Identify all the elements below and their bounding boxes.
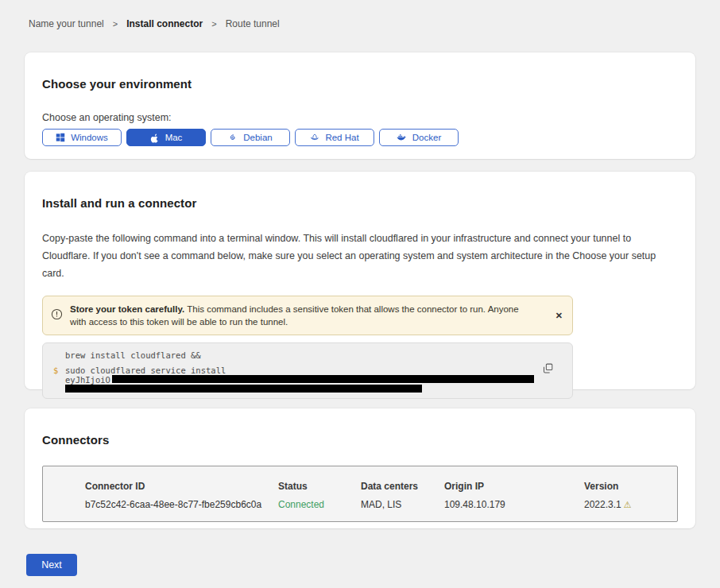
- os-button-label: Red Hat: [325, 133, 358, 142]
- redacted-token-bar: [65, 385, 422, 393]
- data-centers-value: MAD, LIS: [361, 499, 444, 510]
- terminal-line-token-2: [65, 385, 572, 394]
- alert-circle-icon: [51, 308, 63, 323]
- windows-icon: [56, 133, 65, 142]
- column-header-version: Version: [584, 481, 669, 492]
- docker-icon: [397, 133, 407, 142]
- breadcrumb-step-name-tunnel[interactable]: Name your tunnel: [29, 18, 104, 29]
- terminal-command-block: brew install cloudflared && $ sudo cloud…: [42, 342, 573, 399]
- connectors-card-title: Connectors: [42, 433, 678, 447]
- breadcrumb: Name your tunnel > Install connector > R…: [0, 0, 720, 29]
- os-button-redhat[interactable]: Red Hat: [295, 129, 374, 146]
- os-button-docker[interactable]: Docker: [379, 129, 459, 146]
- status-badge: Connected: [278, 499, 361, 510]
- os-button-label: Windows: [71, 133, 108, 142]
- install-card-title: Install and run a connector: [42, 196, 678, 210]
- os-button-label: Docker: [412, 133, 441, 142]
- apple-icon: [150, 133, 160, 143]
- os-button-mac[interactable]: Mac: [126, 129, 206, 146]
- breadcrumb-separator: >: [211, 19, 216, 29]
- column-header-origin-ip: Origin IP: [444, 481, 584, 492]
- os-button-windows[interactable]: Windows: [42, 129, 122, 146]
- origin-ip-value: 109.48.10.179: [444, 499, 584, 510]
- column-header-status: Status: [278, 481, 361, 492]
- terminal-line-token: eyJhIjoiO: [65, 375, 572, 385]
- os-button-group: Windows Mac Debian Red Hat: [42, 129, 678, 146]
- os-button-label: Debian: [243, 133, 272, 142]
- environment-card-title: Choose your environment: [42, 77, 678, 91]
- redacted-token-bar: [112, 375, 534, 383]
- terminal-line-brew: brew install cloudflared &&: [65, 351, 572, 360]
- close-icon[interactable]: ✕: [555, 311, 563, 321]
- column-header-connector-id: Connector ID: [85, 481, 278, 492]
- breadcrumb-separator: >: [113, 19, 118, 29]
- breadcrumb-step-route-tunnel[interactable]: Route tunnel: [226, 18, 280, 29]
- os-button-label: Mac: [165, 133, 183, 142]
- redhat-icon: [310, 133, 319, 142]
- token-warning-banner: Store your token carefully. This command…: [42, 296, 573, 335]
- token-warning-title: Store your token carefully.: [70, 304, 184, 314]
- version-warning-icon: ⚠: [624, 500, 632, 509]
- terminal-line-sudo: sudo cloudflared service install: [65, 366, 572, 375]
- version-value: 2022.3.1⚠: [584, 499, 669, 510]
- column-header-data-centers: Data centers: [361, 481, 444, 492]
- install-instructions: Copy-paste the following command into a …: [42, 230, 678, 282]
- debian-icon: [228, 133, 238, 142]
- terminal-prompt: $: [53, 366, 58, 375]
- choose-environment-card: Choose your environment Choose an operat…: [25, 52, 695, 159]
- version-number: 2022.3.1: [584, 499, 621, 510]
- next-button[interactable]: Next: [26, 554, 77, 576]
- connectors-table: Connector ID Status Data centers Origin …: [42, 466, 678, 522]
- token-prefix: eyJhIjoiO: [65, 375, 110, 385]
- install-connector-card: Install and run a connector Copy-paste t…: [25, 172, 695, 389]
- connector-id-value: b7c52c42-6caa-48ee-8c77-fbe259cb6c0a: [85, 499, 278, 510]
- token-warning-text: Store your token carefully. This command…: [70, 303, 523, 328]
- copy-icon[interactable]: [543, 363, 553, 376]
- os-button-debian[interactable]: Debian: [211, 129, 290, 146]
- breadcrumb-step-install-connector[interactable]: Install connector: [126, 18, 203, 29]
- os-select-label: Choose an operating system:: [42, 112, 678, 123]
- connectors-card: Connectors Connector ID Status Data cent…: [25, 408, 695, 528]
